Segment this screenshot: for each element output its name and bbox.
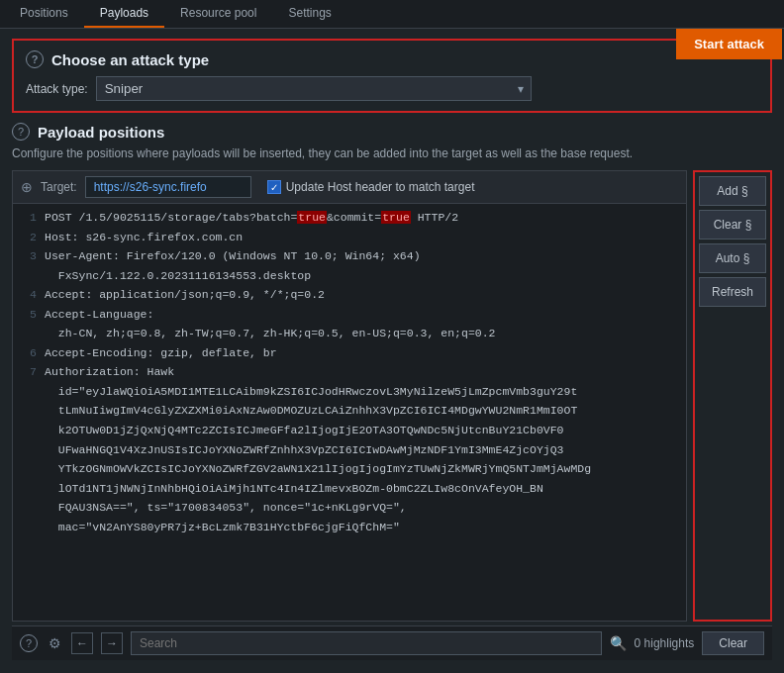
target-url-input[interactable]: [85, 176, 251, 198]
code-line-3b: FxSync/1.122.0.20231116134553.desktop: [13, 266, 686, 286]
code-line-6: 6 Accept-Encoding: gzip, deflate, br: [13, 343, 686, 363]
highlights-badge: 0 highlights: [635, 636, 695, 650]
target-bar: ⊕ Target: ✓ Update Host header to match …: [13, 171, 686, 204]
attack-type-label: Attack type:: [26, 82, 88, 96]
start-attack-button[interactable]: Start attack: [676, 29, 782, 59]
tab-settings[interactable]: Settings: [272, 0, 346, 28]
update-host-label: Update Host header to match target: [286, 180, 475, 194]
search-input[interactable]: [131, 631, 602, 655]
target-icon: ⊕: [21, 179, 33, 195]
target-label: Target:: [41, 180, 77, 194]
code-line-7c: tLmNuIiwgImV4cGlyZXZXMi0iAxNzAw0DMOZUzLC…: [13, 401, 686, 421]
update-host-check: ✓ Update Host header to match target: [267, 180, 475, 194]
code-line-7b: id="eyJlaWQiOiA5MDI1MTE1LCAibm9kZSI6ICJo…: [13, 382, 686, 402]
payload-positions-section: ? Payload positions Configure the positi…: [12, 123, 772, 660]
forward-arrow[interactable]: →: [101, 632, 123, 654]
auto-section-button[interactable]: Auto §: [699, 243, 766, 273]
editor-buttons: Add § Clear § Auto § Refresh: [693, 170, 772, 622]
tab-payloads[interactable]: Payloads: [84, 0, 164, 28]
positions-description: Configure the positions where payloads w…: [12, 144, 772, 162]
code-line-7d: k2OTUw0D1jZjQxNjQ4MTc2ZCIsICJmeGFfa2lIjo…: [13, 421, 686, 440]
code-line-2: 2 Host: s26-sync.firefox.com.cn: [13, 228, 686, 247]
code-line-4: 4 Accept: application/json;q=0.9, */*;q=…: [13, 285, 686, 305]
attack-type-title: ? Choose an attack type: [26, 50, 209, 68]
code-line-5: 5 Accept-Language:: [13, 305, 686, 325]
refresh-button[interactable]: Refresh: [699, 277, 766, 307]
code-line-7: 7 Authorization: Hawk: [13, 362, 686, 382]
code-line-7h: FQAU3NSA==", ts="1700834053", nonce="1c+…: [13, 498, 686, 518]
attack-type-select[interactable]: Sniper Battering ram Pitchfork Cluster b…: [96, 76, 532, 101]
tab-positions[interactable]: Positions: [4, 0, 84, 28]
editor-left: ⊕ Target: ✓ Update Host header to match …: [12, 170, 687, 622]
code-line-1: 1 POST /1.5/9025115/storage/tabs?batch=t…: [13, 208, 686, 228]
top-nav: Positions Payloads Resource pool Setting…: [0, 0, 784, 29]
positions-header: ? Payload positions: [12, 123, 772, 141]
bottom-bar: ? ⚙ ← → 🔍 0 highlights Clear: [12, 625, 772, 660]
attack-type-help-icon[interactable]: ?: [26, 50, 44, 68]
code-line-7i: mac="vN2AnYS80yPR7jz+BcLzmk7B31HYctbF6cj…: [13, 518, 686, 537]
back-arrow[interactable]: ←: [71, 632, 93, 654]
bottom-help-icon[interactable]: ?: [20, 634, 38, 652]
clear-highlights-button[interactable]: Clear: [702, 631, 764, 655]
editor-container: ⊕ Target: ✓ Update Host header to match …: [12, 170, 772, 622]
bottom-settings-icon[interactable]: ⚙: [46, 634, 63, 652]
attack-type-select-wrapper: Sniper Battering ram Pitchfork Cluster b…: [96, 76, 532, 101]
search-icon: 🔍: [610, 635, 627, 651]
add-section-button[interactable]: Add §: [699, 176, 766, 206]
attack-type-header: ? Choose an attack type: [26, 50, 758, 68]
code-line-7g: lOTd1NT1jNWNjInNhbHQiOiAiMjh1NTc4In4IZlm…: [13, 479, 686, 499]
positions-help-icon[interactable]: ?: [12, 123, 30, 141]
clear-section-button[interactable]: Clear §: [699, 210, 766, 240]
main-content: Start attack ? Choose an attack type Att…: [0, 29, 784, 670]
code-line-5b: zh-CN, zh;q=0.8, zh-TW;q=0.7, zh-HK;q=0.…: [13, 324, 686, 343]
tab-resource-pool[interactable]: Resource pool: [164, 0, 272, 28]
code-line-7e: UFwaHNGQ1V4XzJnUSIsICJoYXNoZWRfZnhhX3VpZ…: [13, 440, 686, 460]
positions-title: Payload positions: [38, 124, 164, 141]
attack-type-row: Attack type: Sniper Battering ram Pitchf…: [26, 76, 758, 101]
attack-type-section: Start attack ? Choose an attack type Att…: [12, 39, 772, 113]
code-line-7f: YTkzOGNmOWVkZCIsICJoYXNoZWRfZGV2aWN1X21l…: [13, 459, 686, 479]
code-editor[interactable]: 1 POST /1.5/9025115/storage/tabs?batch=t…: [13, 204, 686, 621]
code-line-3: 3 User-Agent: Firefox/120.0 (Windows NT …: [13, 246, 686, 266]
update-host-checkbox[interactable]: ✓: [267, 180, 281, 194]
